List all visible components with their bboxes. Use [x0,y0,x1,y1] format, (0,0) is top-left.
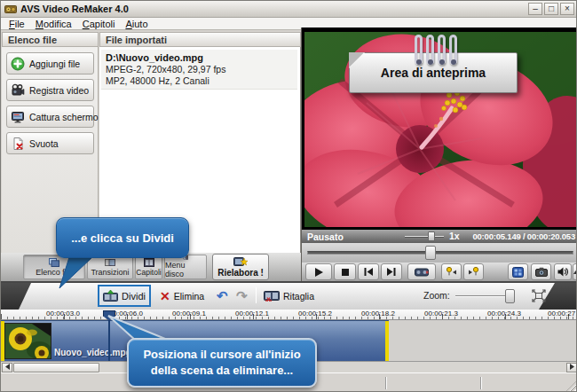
playback-state-label: Pausato [307,231,344,242]
note-ring [438,35,446,65]
ruler-label: 00:00:15.2 [298,310,332,318]
split-hint-tail [52,255,99,290]
menu-file[interactable]: File [4,19,29,29]
snapshot-button[interactable] [531,263,551,280]
remake-button[interactable]: Rielabora ! [212,254,269,280]
marker-next-button[interactable] [463,263,484,280]
tab-capitoli-label: Capitoli [136,268,161,277]
file-list-item[interactable]: D:\Nuovo_video.mpg MPEG-2, 720x480, 29,9… [101,50,297,90]
marker-previous-button[interactable] [441,263,462,280]
clear-list-icon [11,137,25,151]
trim-button[interactable]: Ritaglia [261,286,317,305]
scroll-right-button[interactable] [566,363,577,372]
arrow-right-icon [570,364,574,370]
menu-capitoli[interactable]: Capitoli [78,19,120,29]
cursor-hint-callout: Posiziona il cursore all'inizio della sc… [127,338,317,388]
undo-button[interactable]: ↶ [214,286,231,305]
sunflower-thumbnail [5,324,51,358]
file-video-info: MPEG-2, 720x480, 29,97 fps [106,64,293,74]
speaker-icon [557,267,568,277]
zoom-slider-handle[interactable] [505,289,515,303]
split-hint-callout: ...e clicca su Dividi [56,217,189,258]
toolbar-separator [256,287,257,303]
transport-controls [302,263,577,281]
preview-note-label: Area di anteprima [381,66,486,80]
close-button[interactable]: × [560,3,574,15]
record-video-icon [11,83,25,98]
pin-right-icon [468,267,479,277]
status-separator [385,377,387,389]
note-ring [415,35,423,65]
volume-expand-button[interactable] [573,263,577,280]
seek-handle[interactable] [425,246,436,260]
maximize-button[interactable]: □ [544,3,558,15]
tab-menu-disco-label: Menu disco [165,261,206,278]
ruler-label: 00:00:27 [548,310,575,318]
next-frame-icon [387,268,396,276]
split-icon [103,290,118,302]
play-button[interactable] [305,263,332,280]
cursor-hint-tail [100,311,173,341]
previous-frame-icon [364,268,373,276]
record-video-button[interactable]: Registra video [6,79,94,101]
add-file-button[interactable]: Aggiungi file [6,52,94,74]
delete-button[interactable]: ✕ Elimina [157,286,207,305]
window-title: AVS Video ReMaker 4.0 [20,4,129,14]
capture-screen-button[interactable]: Cattura schermo [6,106,94,128]
ruler-label: 00:00:09.1 [172,310,206,318]
seek-bar[interactable] [307,251,573,255]
menu-modifica[interactable]: Modifica [31,19,76,29]
speed-slider-handle[interactable] [428,231,435,241]
volume-button[interactable] [554,263,572,280]
file-panel-header-label: Elenco file [8,35,57,45]
note-ring [449,35,457,65]
cursor-hint-line1: Posiziona il cursore all'inizio [143,347,300,363]
remake-icon [233,256,248,268]
previous-frame-button[interactable] [358,263,379,280]
resize-grip[interactable] [566,381,576,391]
delete-icon: ✕ [160,290,170,302]
title-bar[interactable]: AVS Video ReMaker 4.0 – □ × [1,1,577,18]
arrow-left-icon [5,364,10,370]
scrollbar-thumb[interactable] [13,363,99,372]
undo-icon: ↶ [217,288,228,304]
stop-button[interactable] [334,263,356,280]
speed-slider[interactable] [405,236,444,238]
chapters-icon [144,258,154,267]
tab-menu-disco[interactable]: Menu disco [164,255,207,279]
note-ring [426,35,434,65]
redo-icon: ↷ [236,288,248,304]
trim-icon [264,290,280,302]
fit-to-screen-icon[interactable] [532,289,546,302]
zoom-slider[interactable] [455,295,510,297]
ruler-label: 00:00:12.1 [235,310,269,318]
scene-detect-button[interactable] [407,263,436,280]
next-frame-button[interactable] [381,263,402,280]
file-audio-info: MP2, 48000 Hz, 2 Canali [106,75,293,86]
timeline-ruler[interactable]: 00:00:03.0 00:00:06.0 00:00:09.1 00:00:1… [1,310,577,320]
app-icon [4,4,17,14]
imported-panel-header-label: File importati [106,35,167,45]
seek-bar-row [302,243,577,263]
tab-capitoli[interactable]: Capitoli [135,255,162,279]
status-separator [480,377,482,389]
minimize-button[interactable]: – [528,3,542,15]
scroll-left-button[interactable] [2,363,12,372]
clear-list-button[interactable]: Svuota [6,132,94,154]
multiscreen-button[interactable] [508,263,528,280]
imported-panel-header: File importati [99,32,301,47]
menu-aiuto[interactable]: Aiuto [121,19,152,29]
time-display: 00:00:05.149 / 00:00:20.053 [472,231,575,241]
split-button[interactable]: Dividi [103,290,146,302]
split-hint-text: ...e clicca su Dividi [71,231,174,245]
trim-button-label: Ritaglia [283,291,314,302]
zoom-label: Zoom: [423,290,450,301]
app-window: AVS Video ReMaker 4.0 – □ × File Modific… [0,0,577,392]
pin-left-icon [446,267,457,277]
redo-button[interactable]: ↷ [233,286,250,305]
delete-button-label: Elimina [174,291,204,302]
speed-value: 1x [449,231,460,241]
ruler-label: 00:00:21.3 [424,310,458,318]
play-icon [314,268,323,277]
clip-label: Nuovo_video.mpg [54,348,131,357]
